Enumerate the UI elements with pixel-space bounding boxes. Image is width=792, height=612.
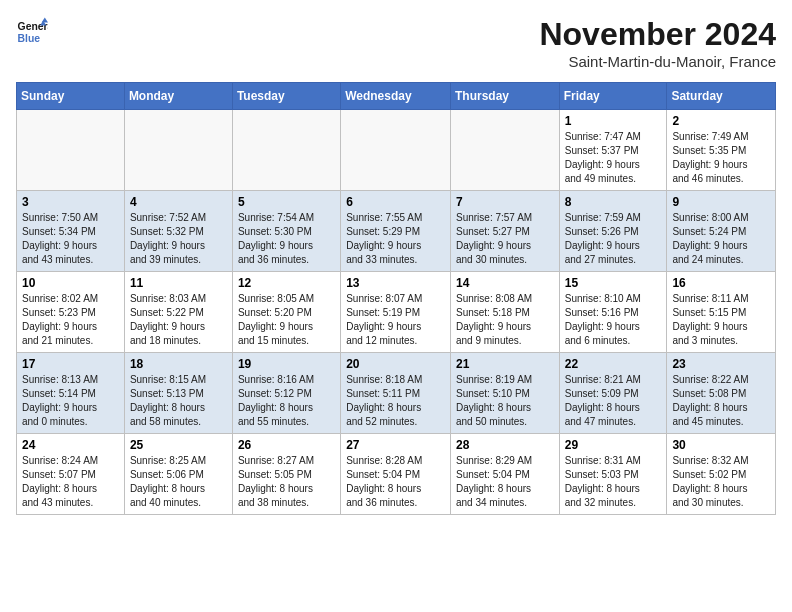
calendar-cell: 8Sunrise: 7:59 AM Sunset: 5:26 PM Daylig… xyxy=(559,191,667,272)
day-detail: Sunrise: 8:10 AM Sunset: 5:16 PM Dayligh… xyxy=(565,292,662,348)
day-detail: Sunrise: 7:49 AM Sunset: 5:35 PM Dayligh… xyxy=(672,130,770,186)
weekday-header: Thursday xyxy=(450,83,559,110)
calendar-week-row: 10Sunrise: 8:02 AM Sunset: 5:23 PM Dayli… xyxy=(17,272,776,353)
day-number: 27 xyxy=(346,438,445,452)
calendar-cell: 4Sunrise: 7:52 AM Sunset: 5:32 PM Daylig… xyxy=(124,191,232,272)
calendar-cell xyxy=(232,110,340,191)
calendar-cell: 20Sunrise: 8:18 AM Sunset: 5:11 PM Dayli… xyxy=(341,353,451,434)
calendar-cell: 2Sunrise: 7:49 AM Sunset: 5:35 PM Daylig… xyxy=(667,110,776,191)
calendar-cell: 7Sunrise: 7:57 AM Sunset: 5:27 PM Daylig… xyxy=(450,191,559,272)
calendar-cell: 27Sunrise: 8:28 AM Sunset: 5:04 PM Dayli… xyxy=(341,434,451,515)
calendar-week-row: 24Sunrise: 8:24 AM Sunset: 5:07 PM Dayli… xyxy=(17,434,776,515)
calendar-cell xyxy=(17,110,125,191)
day-detail: Sunrise: 8:24 AM Sunset: 5:07 PM Dayligh… xyxy=(22,454,119,510)
calendar-week-row: 1Sunrise: 7:47 AM Sunset: 5:37 PM Daylig… xyxy=(17,110,776,191)
day-number: 23 xyxy=(672,357,770,371)
day-detail: Sunrise: 8:18 AM Sunset: 5:11 PM Dayligh… xyxy=(346,373,445,429)
day-number: 10 xyxy=(22,276,119,290)
day-number: 9 xyxy=(672,195,770,209)
day-detail: Sunrise: 8:32 AM Sunset: 5:02 PM Dayligh… xyxy=(672,454,770,510)
page-header: General Blue November 2024 Saint-Martin-… xyxy=(16,16,776,70)
day-detail: Sunrise: 8:05 AM Sunset: 5:20 PM Dayligh… xyxy=(238,292,335,348)
day-detail: Sunrise: 8:00 AM Sunset: 5:24 PM Dayligh… xyxy=(672,211,770,267)
day-number: 22 xyxy=(565,357,662,371)
calendar-cell: 13Sunrise: 8:07 AM Sunset: 5:19 PM Dayli… xyxy=(341,272,451,353)
day-number: 17 xyxy=(22,357,119,371)
day-detail: Sunrise: 8:02 AM Sunset: 5:23 PM Dayligh… xyxy=(22,292,119,348)
calendar-cell: 28Sunrise: 8:29 AM Sunset: 5:04 PM Dayli… xyxy=(450,434,559,515)
calendar-week-row: 17Sunrise: 8:13 AM Sunset: 5:14 PM Dayli… xyxy=(17,353,776,434)
calendar-cell: 10Sunrise: 8:02 AM Sunset: 5:23 PM Dayli… xyxy=(17,272,125,353)
calendar-cell: 30Sunrise: 8:32 AM Sunset: 5:02 PM Dayli… xyxy=(667,434,776,515)
svg-marker-2 xyxy=(42,18,48,23)
day-number: 13 xyxy=(346,276,445,290)
day-number: 15 xyxy=(565,276,662,290)
day-number: 24 xyxy=(22,438,119,452)
day-detail: Sunrise: 8:15 AM Sunset: 5:13 PM Dayligh… xyxy=(130,373,227,429)
day-detail: Sunrise: 8:25 AM Sunset: 5:06 PM Dayligh… xyxy=(130,454,227,510)
title-block: November 2024 Saint-Martin-du-Manoir, Fr… xyxy=(539,16,776,70)
day-number: 5 xyxy=(238,195,335,209)
calendar-cell: 9Sunrise: 8:00 AM Sunset: 5:24 PM Daylig… xyxy=(667,191,776,272)
calendar-cell xyxy=(341,110,451,191)
day-detail: Sunrise: 8:11 AM Sunset: 5:15 PM Dayligh… xyxy=(672,292,770,348)
weekday-header: Monday xyxy=(124,83,232,110)
calendar-cell: 26Sunrise: 8:27 AM Sunset: 5:05 PM Dayli… xyxy=(232,434,340,515)
day-number: 11 xyxy=(130,276,227,290)
day-number: 4 xyxy=(130,195,227,209)
day-number: 18 xyxy=(130,357,227,371)
day-detail: Sunrise: 8:07 AM Sunset: 5:19 PM Dayligh… xyxy=(346,292,445,348)
day-number: 16 xyxy=(672,276,770,290)
day-number: 26 xyxy=(238,438,335,452)
day-number: 25 xyxy=(130,438,227,452)
day-number: 20 xyxy=(346,357,445,371)
day-number: 12 xyxy=(238,276,335,290)
calendar-week-row: 3Sunrise: 7:50 AM Sunset: 5:34 PM Daylig… xyxy=(17,191,776,272)
calendar-cell: 24Sunrise: 8:24 AM Sunset: 5:07 PM Dayli… xyxy=(17,434,125,515)
day-detail: Sunrise: 8:03 AM Sunset: 5:22 PM Dayligh… xyxy=(130,292,227,348)
weekday-header: Friday xyxy=(559,83,667,110)
calendar-cell: 19Sunrise: 8:16 AM Sunset: 5:12 PM Dayli… xyxy=(232,353,340,434)
calendar-cell: 12Sunrise: 8:05 AM Sunset: 5:20 PM Dayli… xyxy=(232,272,340,353)
day-detail: Sunrise: 7:52 AM Sunset: 5:32 PM Dayligh… xyxy=(130,211,227,267)
weekday-header: Saturday xyxy=(667,83,776,110)
calendar-table: SundayMondayTuesdayWednesdayThursdayFrid… xyxy=(16,82,776,515)
day-detail: Sunrise: 7:59 AM Sunset: 5:26 PM Dayligh… xyxy=(565,211,662,267)
day-detail: Sunrise: 8:29 AM Sunset: 5:04 PM Dayligh… xyxy=(456,454,554,510)
calendar-cell: 3Sunrise: 7:50 AM Sunset: 5:34 PM Daylig… xyxy=(17,191,125,272)
day-detail: Sunrise: 8:28 AM Sunset: 5:04 PM Dayligh… xyxy=(346,454,445,510)
logo-icon: General Blue xyxy=(16,16,48,48)
day-number: 6 xyxy=(346,195,445,209)
calendar-cell: 5Sunrise: 7:54 AM Sunset: 5:30 PM Daylig… xyxy=(232,191,340,272)
day-number: 7 xyxy=(456,195,554,209)
day-detail: Sunrise: 7:50 AM Sunset: 5:34 PM Dayligh… xyxy=(22,211,119,267)
calendar-cell: 18Sunrise: 8:15 AM Sunset: 5:13 PM Dayli… xyxy=(124,353,232,434)
day-detail: Sunrise: 8:08 AM Sunset: 5:18 PM Dayligh… xyxy=(456,292,554,348)
day-number: 30 xyxy=(672,438,770,452)
calendar-cell xyxy=(124,110,232,191)
day-number: 1 xyxy=(565,114,662,128)
calendar-cell: 15Sunrise: 8:10 AM Sunset: 5:16 PM Dayli… xyxy=(559,272,667,353)
calendar-cell: 23Sunrise: 8:22 AM Sunset: 5:08 PM Dayli… xyxy=(667,353,776,434)
calendar-cell xyxy=(450,110,559,191)
calendar-cell: 21Sunrise: 8:19 AM Sunset: 5:10 PM Dayli… xyxy=(450,353,559,434)
calendar-cell: 11Sunrise: 8:03 AM Sunset: 5:22 PM Dayli… xyxy=(124,272,232,353)
day-number: 28 xyxy=(456,438,554,452)
calendar-cell: 16Sunrise: 8:11 AM Sunset: 5:15 PM Dayli… xyxy=(667,272,776,353)
day-number: 19 xyxy=(238,357,335,371)
calendar-cell: 1Sunrise: 7:47 AM Sunset: 5:37 PM Daylig… xyxy=(559,110,667,191)
month-title: November 2024 xyxy=(539,16,776,53)
day-number: 21 xyxy=(456,357,554,371)
weekday-header: Sunday xyxy=(17,83,125,110)
calendar-cell: 22Sunrise: 8:21 AM Sunset: 5:09 PM Dayli… xyxy=(559,353,667,434)
svg-text:Blue: Blue xyxy=(18,33,41,44)
day-detail: Sunrise: 7:54 AM Sunset: 5:30 PM Dayligh… xyxy=(238,211,335,267)
calendar-cell: 25Sunrise: 8:25 AM Sunset: 5:06 PM Dayli… xyxy=(124,434,232,515)
calendar-cell: 6Sunrise: 7:55 AM Sunset: 5:29 PM Daylig… xyxy=(341,191,451,272)
calendar-cell: 14Sunrise: 8:08 AM Sunset: 5:18 PM Dayli… xyxy=(450,272,559,353)
calendar-cell: 29Sunrise: 8:31 AM Sunset: 5:03 PM Dayli… xyxy=(559,434,667,515)
weekday-header: Wednesday xyxy=(341,83,451,110)
day-number: 14 xyxy=(456,276,554,290)
day-number: 29 xyxy=(565,438,662,452)
logo: General Blue xyxy=(16,16,48,48)
